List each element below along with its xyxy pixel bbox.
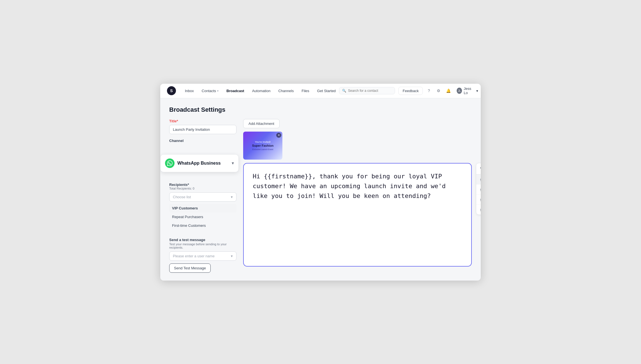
recipients-section: Recipients* Total Recipients: 0 Choose l… xyxy=(169,183,236,230)
help-icon[interactable]: ? xyxy=(425,87,433,95)
whatsapp-icon xyxy=(165,158,175,168)
test-message-section: Send a test message Test your message be… xyxy=(169,238,236,273)
list-item-vip[interactable]: VIP Customers xyxy=(169,204,236,213)
feedback-button[interactable]: Feedback xyxy=(398,87,423,95)
channel-name: WhatsApp Business xyxy=(177,161,229,166)
user-chevron-icon: ▾ xyxy=(476,89,478,93)
variable-firstname[interactable]: {{firstname}} xyxy=(476,174,481,185)
user-name: Jess Lo xyxy=(464,87,475,95)
variables-header: Variables xyxy=(476,163,481,174)
title-label: Title* xyxy=(169,119,236,123)
nav-inbox[interactable]: Inbox xyxy=(182,87,197,95)
message-area: Hi {{firstname}}, thank you for being ou… xyxy=(243,163,472,267)
variable-lastname[interactable]: {{lastname}} xyxy=(476,185,481,195)
app-window: S Inbox Contacts ▾ Broadcast Automation … xyxy=(160,84,481,281)
message-area-wrapper: Hi {{firstname}}, thank you for being ou… xyxy=(243,163,472,267)
preview-sub-text: Exclusive Launch Event xyxy=(252,148,273,150)
variables-panel: Variables {{firstname}} {{lastname}} {{p… xyxy=(476,163,481,215)
preview-brand-name: Super Fashion xyxy=(252,144,273,148)
recipients-list: VIP Customers Repeat Purchasers First-ti… xyxy=(169,204,236,230)
preview-close-button[interactable]: ✕ xyxy=(276,133,281,138)
recipients-label: Recipients* xyxy=(169,183,236,187)
send-test-button[interactable]: Send Test Message xyxy=(169,263,211,273)
whatsapp-svg xyxy=(167,160,173,166)
page-title: Broadcast Settings xyxy=(169,106,472,113)
title-field-group: Title* xyxy=(169,119,236,134)
nav-links: Inbox Contacts ▾ Broadcast Automation Ch… xyxy=(182,87,339,95)
right-panel: Add Attachment You're Invited! Super Fas… xyxy=(243,119,472,267)
variable-companyname[interactable]: {{companyname}} xyxy=(476,205,481,214)
search-input[interactable] xyxy=(348,89,387,93)
test-message-chevron-icon: ▾ xyxy=(231,254,233,258)
nav-channels[interactable]: Channels xyxy=(275,87,297,95)
list-item-first-time[interactable]: First-time Customers xyxy=(169,221,236,230)
left-panel: Title* Channel Recipients* Total Recipie… xyxy=(169,119,236,273)
nav-right-actions: Feedback ? ⚙ 🔔 JL Jess Lo ▾ xyxy=(398,85,480,96)
choose-list-dropdown[interactable]: Choose list ▾ xyxy=(169,192,236,202)
notifications-icon[interactable]: 🔔 xyxy=(445,87,452,95)
title-input[interactable] xyxy=(169,125,236,134)
channel-dropdown[interactable]: WhatsApp Business ▾ xyxy=(160,154,239,172)
channel-chevron-icon: ▾ xyxy=(232,160,234,166)
channel-label: Channel xyxy=(169,139,236,143)
test-message-input[interactable]: Please enter a user name ▾ xyxy=(169,251,236,261)
nav-files[interactable]: Files xyxy=(298,87,312,95)
navbar: S Inbox Contacts ▾ Broadcast Automation … xyxy=(160,84,481,98)
nav-automation[interactable]: Automation xyxy=(249,87,274,95)
channel-field-group: Channel xyxy=(169,139,236,144)
variable-phonenumber[interactable]: {{phonenumber}} xyxy=(476,195,481,205)
nav-get-started[interactable]: Get Started xyxy=(314,87,339,95)
message-textarea[interactable]: Hi {{firstname}}, thank you for being ou… xyxy=(253,171,462,255)
preview-invited-text: You're Invited! xyxy=(255,141,271,143)
contacts-chevron-icon: ▾ xyxy=(217,89,219,92)
nav-contacts[interactable]: Contacts ▾ xyxy=(198,87,222,95)
app-logo: S xyxy=(167,86,176,95)
image-preview-container: You're Invited! Super Fashion Exclusive … xyxy=(243,132,282,160)
test-message-title: Send a test message xyxy=(169,238,236,242)
search-icon: 🔍 xyxy=(342,89,346,93)
nav-broadcast[interactable]: Broadcast xyxy=(223,87,248,95)
total-recipients-count: Total Recipients: 0 xyxy=(169,187,236,190)
broadcast-layout: Title* Channel Recipients* Total Recipie… xyxy=(169,119,472,273)
choose-list-chevron-icon: ▾ xyxy=(231,195,233,199)
list-item-repeat[interactable]: Repeat Purchasers xyxy=(169,213,236,221)
search-bar: 🔍 xyxy=(339,87,395,94)
user-menu[interactable]: JL Jess Lo ▾ xyxy=(454,85,480,96)
test-message-sub: Test your message before sending to your… xyxy=(169,242,236,249)
avatar: JL xyxy=(457,88,462,94)
add-attachment-button[interactable]: Add Attachment xyxy=(243,119,280,128)
settings-icon[interactable]: ⚙ xyxy=(435,87,442,95)
main-content: Broadcast Settings Title* Channel xyxy=(160,98,481,281)
